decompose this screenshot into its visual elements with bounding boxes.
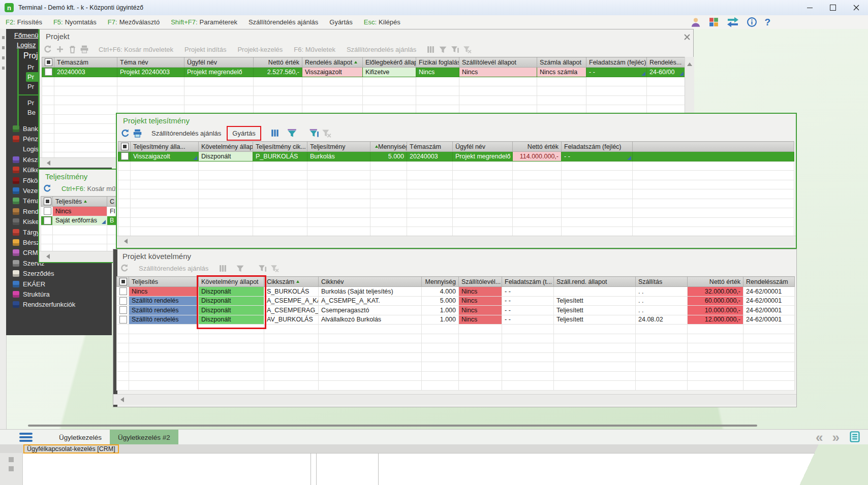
filter-clear-icon-disabled[interactable] [268, 263, 281, 274]
cell-feladatszam[interactable]: - - [502, 296, 554, 306]
filter-icon-disabled[interactable] [437, 44, 449, 55]
menu-hamburger-icon[interactable] [19, 433, 33, 442]
menu-item-nyomtatas[interactable]: F5:Nyomtatás [48, 15, 102, 29]
sidebar-item-ekaer[interactable]: EKÁER [6, 279, 112, 289]
cell-fizikai[interactable]: Nincs [416, 68, 459, 77]
col-kovetelmeny-allapot[interactable]: Követelmény állapot [199, 277, 264, 287]
col-kovetelmeny-allapot[interactable]: Követelmény állapot [199, 142, 253, 152]
cell-cikkszam[interactable]: S_BURKOLÁS [264, 287, 319, 297]
sidebar-item-fomenu[interactable]: Főmenü [14, 31, 39, 39]
supply-order-offer-button-disabled[interactable]: Szállítórendelés ajánlás [136, 264, 211, 273]
select-all-header[interactable] [42, 57, 54, 68]
previous-tab-icon[interactable]: « [816, 431, 823, 444]
filter-clear-icon[interactable] [321, 127, 333, 139]
horizontal-scrollbar[interactable] [113, 394, 796, 405]
horizontal-scrollbar[interactable] [117, 236, 796, 246]
cell-tema-nev[interactable]: Projekt 20240003 [117, 68, 184, 77]
cell-teljesitmeny[interactable]: Burkolás [307, 152, 370, 161]
cell-cikknev[interactable]: A_CSEMPE_A_KAT. [319, 296, 422, 306]
col-ugyfel-nev[interactable]: Ügyfél név [453, 142, 513, 152]
cell-mennyiseg[interactable]: 4.000 [422, 287, 459, 297]
menu-item-kilepes[interactable]: Esc:Kilépés [358, 15, 406, 29]
cell-cikkszam[interactable]: A_CSEMPERAG_1 [264, 306, 319, 315]
info-icon[interactable] [747, 17, 757, 27]
sidebar-item-rendszerfunkciok[interactable]: Rendszerfunkciók [6, 300, 112, 310]
filter-clear-icon-disabled[interactable] [461, 44, 473, 55]
select-all-header[interactable] [117, 277, 129, 287]
next-tab-icon[interactable]: » [832, 431, 840, 444]
cell-kovetelmeny[interactable]: Diszponált [199, 315, 264, 325]
sidebar-item-logisztika[interactable]: Logisz [17, 41, 36, 49]
cell-mennyiseg[interactable]: 5.000 [422, 296, 459, 306]
col-feladatszam[interactable]: Feladatszám (fejléc) [562, 142, 633, 152]
col-szallitolevel[interactable]: Szállítólevél... [459, 277, 502, 287]
cell-netto[interactable]: 10.000.000,- [688, 306, 743, 315]
operations-button-disabled[interactable]: F6: Műveletek [291, 45, 338, 54]
cell-cikk[interactable]: P_BURKOLÁS [253, 152, 307, 161]
col-fizikai-foglalas[interactable]: Fizikai foglalás [416, 57, 459, 68]
cell-mennyiseg[interactable]: 5.000 [370, 152, 407, 161]
cell-szallitolevel[interactable]: Nincs [459, 68, 537, 77]
panel-close-icon[interactable] [683, 33, 691, 41]
supply-order-offer-button[interactable]: Szállítórendelés ajánlás [148, 128, 224, 138]
cell-cikknev[interactable]: Alvállalkozó Burkolás [319, 315, 422, 325]
column-select-icon-disabled[interactable] [216, 263, 229, 274]
cell-teljesites[interactable]: Nincs [53, 207, 107, 216]
delete-button-disabled[interactable] [66, 44, 78, 55]
user-icon[interactable] [690, 17, 701, 28]
cell-szallrend[interactable] [554, 287, 636, 297]
menu-item-szallitorendeles[interactable]: Szállítórendelés ajánlás [243, 15, 324, 29]
row-checkbox[interactable] [118, 152, 131, 161]
col-cikkszam[interactable]: Cikkszám [264, 277, 319, 287]
cell-teljesites[interactable]: Nincs [129, 287, 199, 297]
supply-order-offer-button-disabled[interactable]: Szállítórendelés ajánlás [344, 45, 419, 54]
col-szallitolevel-allapot[interactable]: Szállítólevél állapot [459, 57, 537, 68]
cell-netto[interactable]: 60.000.000,- [688, 296, 743, 306]
col-teljesitmeny-cikk[interactable]: Teljesítmény cik... [253, 142, 307, 152]
cell-feladatszam[interactable]: - - [562, 152, 633, 161]
col-rendeles[interactable]: Rendelés... [647, 57, 685, 68]
col-feladatszam[interactable]: Feladatszám (fejléc) [586, 57, 647, 68]
col-rendelesszam[interactable]: Rendelésszám [743, 277, 795, 287]
background-tab-crm[interactable]: Ügyfélkapcsolat-kezelés [CRM] [23, 444, 119, 454]
column-select-icon[interactable] [269, 127, 281, 139]
col-temaszam[interactable]: Témaszám [407, 142, 453, 152]
cell-cikkszam[interactable]: AV_BURKOLÁS [264, 315, 319, 325]
cell-szallitolevel[interactable]: Nincs [459, 296, 502, 306]
cell-kovetelmeny[interactable]: Diszponált [199, 306, 264, 315]
teljesitmeny-row-selected[interactable]: Visszaigazolt Diszponált P_BURKOLÁS Burk… [118, 152, 794, 161]
cell-cikknev[interactable]: Burkolás (Saját teljesítés) [319, 287, 422, 297]
cell-rendelesszam[interactable]: 24-62/00001 [743, 306, 795, 315]
col-netto-ertek[interactable]: Nettó érték [513, 142, 562, 152]
cell-mennyiseg[interactable]: 1.000 [422, 306, 459, 315]
cell-mennyiseg[interactable]: 1.000 [422, 315, 459, 325]
col-teljesites[interactable]: Teljesítés [129, 277, 199, 287]
filter-icon-disabled[interactable] [234, 263, 246, 274]
cell-feladatszam[interactable]: - - [502, 315, 554, 325]
cell-kovetelmeny[interactable]: Diszponált [199, 152, 253, 161]
cell-teljesites[interactable]: Szállító rendelés [129, 315, 199, 325]
cell-netto[interactable]: 32.000.000,- [688, 287, 743, 297]
col-feladatszam[interactable]: Feladatszám (t... [502, 277, 554, 287]
filter-icon[interactable] [286, 127, 298, 139]
row-checkbox[interactable] [117, 287, 129, 297]
col-mennyiseg[interactable]: Mennyiség [422, 277, 459, 287]
projekt-row-selected[interactable]: 20240003 Projekt 20240003 Projekt megren… [42, 68, 685, 77]
row-checkbox[interactable] [117, 315, 129, 325]
col-temaszam[interactable]: Témaszám [54, 57, 117, 68]
col-szallitas[interactable]: Szállítás [636, 277, 688, 287]
col-netto-ertek[interactable]: Nettó érték [688, 277, 743, 287]
refresh-button[interactable] [41, 183, 53, 194]
filter-edit-icon[interactable] [308, 127, 321, 139]
print-button[interactable] [131, 127, 143, 139]
cell-szallitas[interactable]: . . [636, 296, 688, 306]
menu-item-frissites[interactable]: F2:Frissítés [0, 15, 48, 29]
cell-feladatszam[interactable]: - - [502, 306, 554, 315]
cell-szallitas[interactable]: . . [636, 306, 688, 315]
menu-item-mezovalaszto[interactable]: F7:Mezőválasztó [102, 15, 165, 29]
project-manage-button-disabled[interactable]: Projekt-kezelés [234, 45, 286, 54]
add-button-disabled[interactable] [54, 44, 66, 55]
col-cikknev[interactable]: Cikknév [319, 277, 422, 287]
cell-netto[interactable]: 2.527.560,- [254, 68, 302, 77]
cell-rendelesszam[interactable]: 24-62/00001 [743, 296, 795, 306]
